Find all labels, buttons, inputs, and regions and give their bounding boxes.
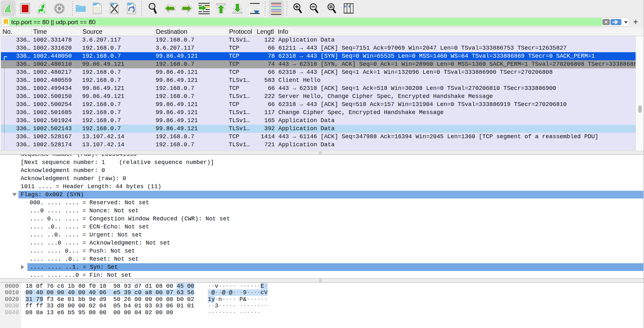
- svg-text:01110: 01110: [94, 12, 101, 14]
- svg-text:01101: 01101: [94, 9, 101, 12]
- svg-text:01010: 01010: [94, 7, 101, 9]
